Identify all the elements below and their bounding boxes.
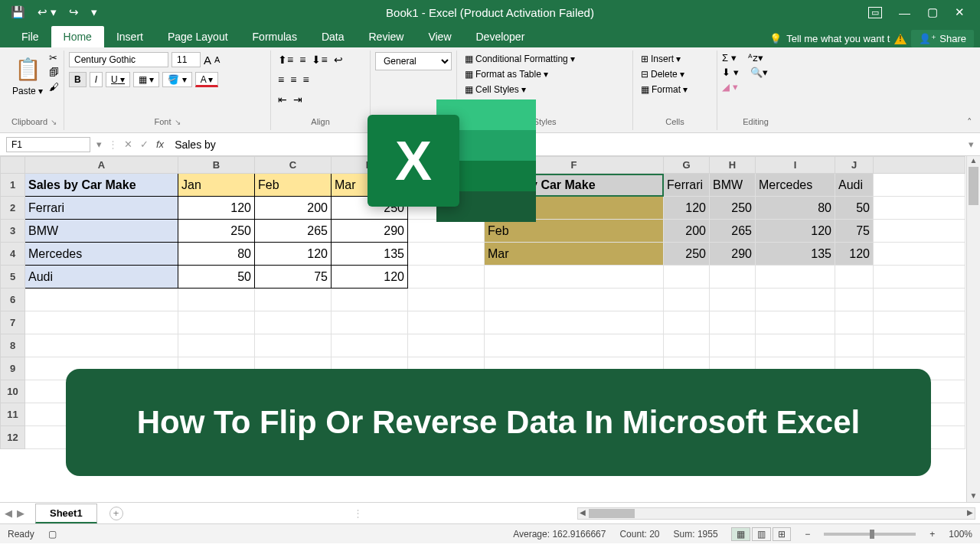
col-header[interactable]: I [756, 157, 835, 174]
cell[interactable]: 120 [664, 197, 710, 220]
row-header[interactable]: 4 [1, 243, 25, 266]
cell[interactable]: Audi [835, 174, 874, 197]
cell[interactable] [485, 334, 664, 357]
cell[interactable]: Jan [178, 174, 255, 197]
decrease-indent-icon[interactable]: ⇤ [276, 92, 289, 107]
sort-filter-icon[interactable]: ᴬᴢ▾ [748, 52, 763, 64]
cell[interactable] [408, 243, 485, 266]
cell[interactable]: 75 [835, 220, 874, 243]
formula-input[interactable] [170, 137, 962, 152]
zoom-in-icon[interactable]: + [929, 529, 935, 540]
row-header[interactable]: 2 [1, 197, 25, 220]
cell[interactable] [756, 289, 835, 311]
name-box-dropdown-icon[interactable]: ▾ [96, 139, 102, 150]
row-header[interactable]: 3 [1, 220, 25, 243]
clear-icon[interactable]: ◢ ▾ [722, 81, 738, 93]
cell[interactable]: 290 [710, 243, 756, 266]
scroll-up-icon[interactable]: ▲ [967, 156, 980, 167]
cell[interactable]: 120 [178, 197, 255, 220]
col-header[interactable]: A [25, 157, 178, 174]
increase-font-icon[interactable]: A [204, 54, 211, 67]
cell[interactable] [756, 311, 835, 334]
minimize-icon[interactable]: — [899, 6, 910, 19]
cell[interactable]: BMW [25, 220, 178, 243]
cell[interactable]: 250 [178, 220, 255, 243]
font-name-input[interactable] [69, 52, 168, 67]
cell[interactable]: Sales by Car Make [25, 174, 178, 197]
cell[interactable] [255, 311, 332, 334]
macro-record-icon[interactable]: ▢ [48, 529, 57, 540]
page-break-view-icon[interactable]: ⊞ [773, 527, 791, 541]
cell[interactable] [835, 311, 874, 334]
cell[interactable] [664, 334, 710, 357]
scroll-thumb[interactable] [969, 167, 978, 205]
cell[interactable]: 120 [835, 243, 874, 266]
cell[interactable] [710, 311, 756, 334]
save-icon[interactable]: 💾 [11, 5, 25, 19]
fill-icon[interactable]: ⬇ ▾ [722, 67, 739, 78]
launcher-icon[interactable]: ↘ [51, 118, 57, 126]
col-header[interactable]: J [835, 157, 874, 174]
cell[interactable] [710, 289, 756, 311]
page-layout-view-icon[interactable]: ▥ [752, 527, 771, 541]
cut-icon[interactable]: ✂ [49, 52, 59, 64]
zoom-slider[interactable] [824, 533, 916, 536]
cell[interactable] [710, 266, 756, 289]
row-header[interactable]: 5 [1, 266, 25, 289]
row-header[interactable]: 8 [1, 334, 25, 357]
fx-icon[interactable]: fx [156, 139, 164, 150]
align-middle-icon[interactable]: ≡ [297, 52, 308, 67]
zoom-level[interactable]: 100% [949, 529, 972, 540]
cell[interactable]: 75 [255, 266, 332, 289]
row-header[interactable]: 9 [1, 357, 25, 380]
row-header[interactable]: 7 [1, 311, 25, 334]
wrap-text-icon[interactable]: ↩ [332, 52, 345, 67]
redo-icon[interactable]: ↪ [69, 5, 79, 19]
find-icon[interactable]: 🔍▾ [750, 67, 768, 78]
cell[interactable]: 50 [835, 197, 874, 220]
share-button[interactable]: 👤⁺ Share [911, 30, 974, 47]
vertical-scrollbar[interactable]: ▲ ▼ [966, 156, 980, 502]
align-center-icon[interactable]: ≡ [288, 72, 299, 87]
align-top-icon[interactable]: ⬆≡ [276, 52, 296, 67]
enter-formula-icon[interactable]: ✓ [140, 139, 149, 150]
cell[interactable]: 50 [178, 266, 255, 289]
align-left-icon[interactable]: ≡ [276, 72, 286, 87]
tab-pagelayout[interactable]: Page Layout [155, 26, 240, 47]
cell[interactable]: Feb [255, 174, 332, 197]
cell[interactable] [756, 266, 835, 289]
insert-cells-button[interactable]: ⊞ Insert ▾ [638, 52, 684, 66]
tab-home[interactable]: Home [51, 26, 104, 47]
cell[interactable] [408, 311, 485, 334]
copy-icon[interactable]: 🗐 [49, 67, 59, 78]
cell[interactable]: Mercedes [756, 174, 835, 197]
expand-formula-icon[interactable]: ▾ [969, 139, 974, 150]
cell[interactable] [835, 334, 874, 357]
cell[interactable]: Ferrari [664, 174, 710, 197]
borders-button[interactable]: ▦ ▾ [133, 72, 159, 87]
cell[interactable] [332, 311, 408, 334]
tell-me[interactable]: 💡 Tell me what you want t 👤⁺ Share [769, 30, 980, 47]
cell[interactable] [485, 266, 664, 289]
name-box[interactable] [6, 137, 90, 152]
sheet-tab[interactable]: Sheet1 [35, 504, 97, 523]
row-header[interactable]: 11 [1, 403, 25, 426]
close-icon[interactable]: ✕ [955, 5, 965, 19]
tab-formulas[interactable]: Formulas [240, 26, 309, 47]
font-size-input[interactable] [172, 52, 201, 67]
underline-button[interactable]: U ▾ [106, 72, 130, 87]
launcher-icon[interactable]: ↘ [175, 118, 181, 126]
tab-view[interactable]: View [416, 26, 463, 47]
cell[interactable] [408, 334, 485, 357]
fill-color-button[interactable]: 🪣 ▾ [162, 72, 191, 87]
row-header[interactable]: 6 [1, 289, 25, 311]
maximize-icon[interactable]: ▢ [927, 5, 938, 19]
tab-scroll-right-icon[interactable]: ▶ [17, 507, 24, 519]
tab-developer[interactable]: Developer [464, 26, 537, 47]
zoom-out-icon[interactable]: − [805, 529, 810, 540]
cell[interactable]: 120 [332, 266, 408, 289]
increase-indent-icon[interactable]: ⇥ [291, 92, 305, 107]
scroll-right-icon[interactable]: ▶ [967, 508, 973, 517]
cell[interactable] [178, 311, 255, 334]
cell[interactable] [835, 289, 874, 311]
